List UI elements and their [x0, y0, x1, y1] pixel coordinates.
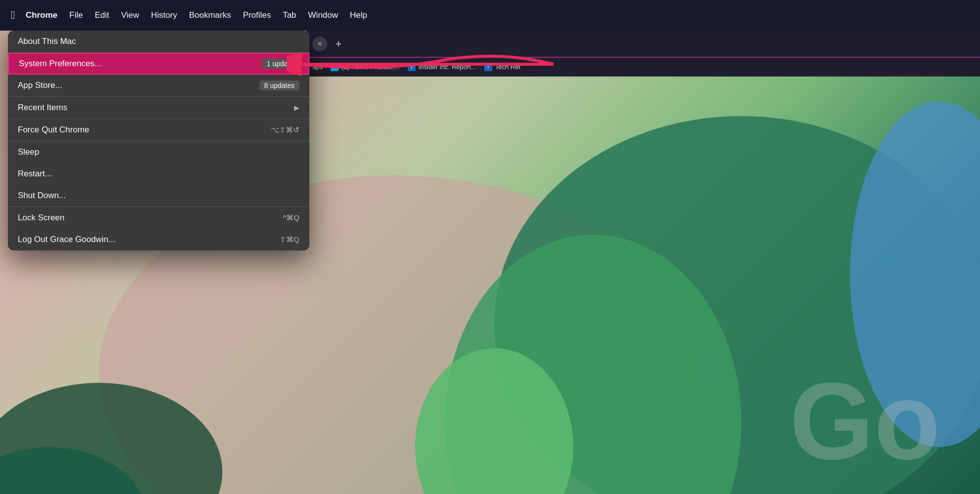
menubar-bookmarks[interactable]: Bookmarks	[183, 8, 237, 22]
tab-close-button[interactable]: ×	[312, 37, 327, 51]
menu-item-force-quit[interactable]: Force Quit Chrome ⌥⇧⌘↺	[8, 119, 309, 141]
menu-item-lock-screen[interactable]: Lock Screen ^⌘Q	[8, 207, 309, 229]
recent-items-label: Recent Items	[18, 103, 67, 113]
menu-item-about-mac[interactable]: About This Mac	[8, 31, 309, 52]
app-store-label: App Store...	[18, 81, 62, 90]
bookmark-maps[interactable]: aps	[312, 63, 323, 71]
tech-ref-icon: i	[484, 63, 492, 71]
system-preferences-label: System Preferences...	[19, 59, 101, 69]
menu-item-shut-down[interactable]: Shut Down...	[8, 185, 309, 206]
lock-screen-shortcut: ^⌘Q	[283, 213, 299, 222]
about-mac-label: About This Mac	[18, 37, 76, 46]
home-insider-label: (1) Home : Insider,...	[341, 63, 400, 71]
force-quit-shortcut: ⌥⇧⌘↺	[271, 125, 299, 134]
force-quit-label: Force Quit Chrome	[18, 125, 89, 135]
menu-item-restart[interactable]: Restart...	[8, 163, 309, 185]
maps-label: aps	[312, 63, 323, 71]
menu-item-app-store[interactable]: App Store... 8 updates	[8, 75, 309, 96]
shut-down-label: Shut Down...	[18, 191, 66, 201]
menubar-help[interactable]: Help	[344, 8, 373, 22]
menubar-view[interactable]: View	[115, 8, 145, 22]
menubar-tab[interactable]: Tab	[277, 8, 302, 22]
recent-items-arrow: ▶	[294, 104, 299, 112]
apple-dropdown-menu: About This Mac System Preferences... 1 u…	[8, 31, 309, 250]
bookmarks-bar: aps (1) Home : Insider,... i Insider Inc…	[306, 58, 980, 77]
plus-icon: +	[336, 38, 342, 50]
chrome-tab-bar: × +	[306, 31, 980, 58]
menubar-window[interactable]: Window	[302, 8, 344, 22]
close-icon: ×	[317, 40, 322, 48]
restart-label: Restart...	[18, 169, 52, 179]
insider-report-icon: i	[408, 63, 416, 71]
menu-item-sleep[interactable]: Sleep	[8, 141, 309, 163]
google-g-watermark: Go	[789, 359, 940, 484]
bookmark-home-insider[interactable]: (1) Home : Insider,...	[331, 63, 400, 71]
lock-screen-label: Lock Screen	[18, 213, 65, 223]
insider-home-icon	[331, 63, 339, 71]
insider-report-label: Insider Inc. Report...	[419, 63, 476, 71]
system-preferences-badge: 1 update	[262, 59, 299, 69]
apple-menu-button[interactable]: 	[6, 7, 20, 24]
bookmark-insider-report[interactable]: i Insider Inc. Report...	[408, 63, 476, 71]
menu-item-recent-items[interactable]: Recent Items ▶	[8, 97, 309, 119]
bookmark-tech-ref[interactable]: i Tech Ref	[484, 63, 520, 71]
menu-item-system-preferences[interactable]: System Preferences... 1 update	[8, 53, 309, 75]
sleep-label: Sleep	[18, 147, 39, 157]
menubar-file[interactable]: File	[63, 8, 88, 22]
log-out-label: Log Out Grace Goodwin...	[18, 235, 116, 245]
log-out-shortcut: ⇧⌘Q	[280, 235, 299, 244]
app-store-badge: 8 updates	[259, 81, 300, 90]
tech-ref-label: Tech Ref	[495, 63, 520, 71]
menubar-profiles[interactable]: Profiles	[237, 8, 277, 22]
menubar-history[interactable]: History	[145, 8, 183, 22]
new-tab-button[interactable]: +	[331, 37, 346, 51]
menubar-chrome[interactable]: Chrome	[20, 8, 63, 22]
menu-item-log-out[interactable]: Log Out Grace Goodwin... ⇧⌘Q	[8, 229, 309, 250]
menubar-edit[interactable]: Edit	[89, 8, 115, 22]
menubar:  Chrome File Edit View History Bookmark…	[0, 0, 980, 31]
